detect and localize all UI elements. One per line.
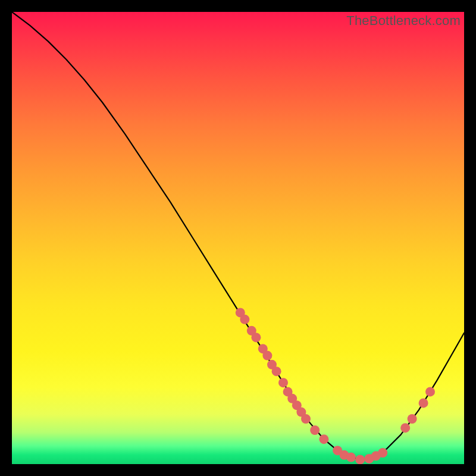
data-marker [301,414,311,424]
data-marker [408,414,417,424]
data-marker [310,425,320,435]
data-marker [400,423,410,433]
data-marker [272,367,281,376]
bottleneck-curve [12,12,464,459]
chart-svg [12,12,464,464]
data-marker [355,455,365,464]
data-marker [378,448,387,458]
data-marker [278,378,288,387]
data-marker [262,351,272,361]
data-marker [251,333,261,342]
chart-area: TheBottleneck.com [12,12,464,464]
data-marker [319,434,328,444]
data-marker [240,315,249,324]
data-marker [425,387,435,396]
data-marker [346,453,356,462]
data-marker [419,398,428,408]
